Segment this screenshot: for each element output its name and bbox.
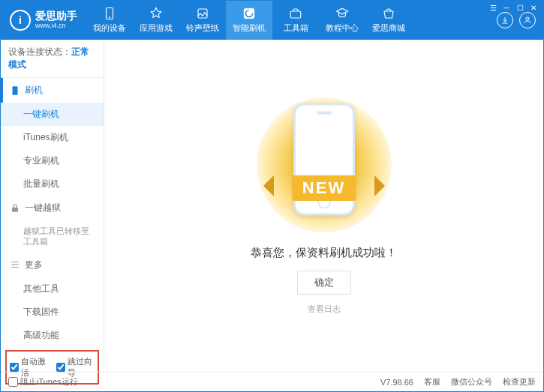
app-logo: i 爱思助手 www.i4.cn [1,1,86,40]
app-title: 爱思助手 [35,10,77,22]
phone-outline-icon [10,85,20,96]
check-update-link[interactable]: 检查更新 [503,376,536,388]
tutorial-icon [335,7,349,20]
wallpaper-icon [196,7,209,20]
svg-point-5 [526,17,529,20]
nav-ringtones[interactable]: 铃声壁纸 [179,1,226,40]
success-illustration: NEW [257,97,392,232]
main-content: NEW 恭喜您，保资料刷机成功啦！ 确定 查看日志 [104,40,543,372]
nav-toolbox[interactable]: 工具箱 [272,1,319,40]
device-status: 设备连接状态：正常模式 [1,40,104,78]
sidebar-batch-flash[interactable]: 批量刷机 [1,172,104,196]
titlebar: i 爱思助手 www.i4.cn 我的设备 应用游戏 铃声壁纸 智能刷机 [1,1,543,40]
nav-smart-flash[interactable]: 智能刷机 [226,1,272,40]
svg-rect-7 [12,207,18,211]
sidebar-more-header[interactable]: 更多 [1,253,104,277]
customer-service-link[interactable]: 客服 [424,376,440,388]
svg-rect-4 [290,11,301,18]
version-label: V7.98.66 [380,378,413,387]
svg-rect-6 [13,86,18,95]
footer: 阻止iTunes运行 V7.98.66 客服 微信公众号 检查更新 [1,372,543,391]
wechat-link[interactable]: 微信公众号 [451,376,492,388]
sidebar: 设备连接状态：正常模式 刷机 一键刷机 iTunes刷机 专业刷机 批量刷机 一… [1,40,104,372]
sidebar-itunes-flash[interactable]: iTunes刷机 [1,126,104,149]
menu-icon[interactable]: ☰ [487,2,499,13]
svg-point-1 [109,17,110,19]
sidebar-jailbreak-header[interactable]: 一键越狱 [1,196,104,220]
sidebar-flash-header[interactable]: 刷机 [1,78,104,103]
sidebar-download-firmware[interactable]: 下载固件 [1,301,104,324]
nav-tutorials[interactable]: 教程中心 [319,1,365,40]
block-itunes-checkbox[interactable]: 阻止iTunes运行 [8,376,78,388]
nav-my-device[interactable]: 我的设备 [86,1,133,40]
confirm-button[interactable]: 确定 [297,271,351,295]
sidebar-pro-flash[interactable]: 专业刷机 [1,149,104,172]
lock-icon [10,203,20,214]
nav-store[interactable]: 爱思商城 [365,1,412,40]
flash-icon [242,7,256,20]
store-icon [382,7,395,20]
apps-icon [149,7,163,20]
list-icon [10,259,20,270]
success-message: 恭喜您，保资料刷机成功啦！ [251,246,397,260]
close-button[interactable]: ✕ [527,2,539,13]
view-log-link[interactable]: 查看日志 [308,304,341,315]
new-badge: NEW [292,175,356,201]
minimize-button[interactable]: ─ [500,2,512,13]
main-nav: 我的设备 应用游戏 铃声壁纸 智能刷机 工具箱 教程中心 [86,1,497,40]
sidebar-other-tools[interactable]: 其他工具 [1,277,104,301]
nav-apps-games[interactable]: 应用游戏 [133,1,179,40]
sidebar-advanced[interactable]: 高级功能 [1,324,104,347]
logo-icon: i [10,10,31,31]
app-url: www.i4.cn [35,22,77,30]
maximize-button[interactable]: ☐ [514,2,526,13]
sidebar-one-click-flash[interactable]: 一键刷机 [1,103,104,126]
window-controls: ☰ ─ ☐ ✕ [482,0,544,15]
toolbox-icon [289,7,302,20]
phone-icon [103,7,116,20]
sidebar-jailbreak-note: 越狱工具已转移至工具箱 [1,220,104,253]
